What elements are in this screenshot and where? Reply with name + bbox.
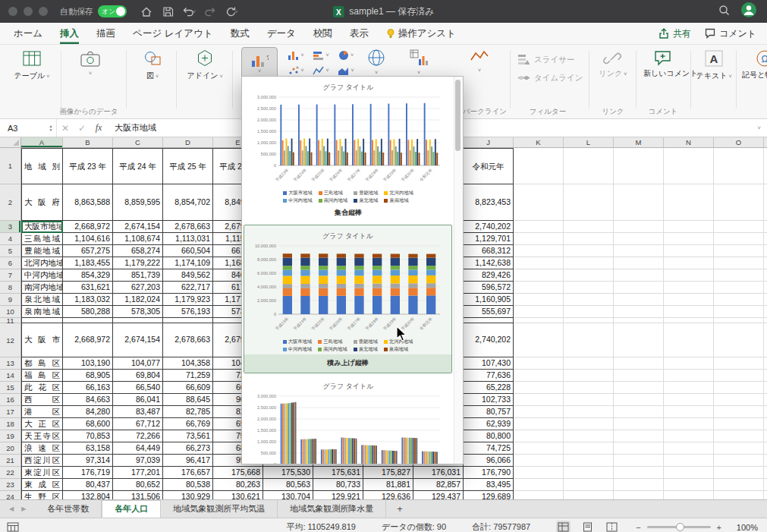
data-from-picture-button[interactable]: ˅ [68, 49, 112, 76]
maps-button[interactable]: ˅ [363, 48, 390, 75]
row-header-13[interactable]: 13 [0, 357, 21, 370]
cell-O18[interactable] [714, 418, 764, 430]
cell-J6[interactable]: 1,142,638 [464, 257, 514, 269]
cell-N22[interactable] [664, 467, 714, 479]
cell-C4[interactable]: 1,108,674 [113, 233, 163, 245]
redo-button[interactable] [201, 3, 219, 20]
cell-K5[interactable] [514, 245, 564, 257]
cell-A12[interactable]: 大阪市 [21, 323, 63, 357]
name-box-stepper[interactable]: ▲▼ [46, 119, 57, 137]
shapes-button[interactable]: 図˅ [134, 49, 171, 81]
cell-M16[interactable] [614, 394, 664, 406]
cell-L17[interactable] [564, 406, 614, 418]
cell-N12[interactable] [664, 323, 714, 357]
cell-C16[interactable]: 86,041 [113, 394, 163, 406]
cell-N5[interactable] [664, 245, 714, 257]
row-header-8[interactable]: 8 [0, 282, 21, 294]
cell-A1[interactable]: 地域別 [21, 148, 63, 184]
cell-O6[interactable] [714, 257, 764, 269]
cell-C13[interactable]: 104,077 [113, 357, 163, 370]
cell-D24[interactable]: 130,929 [163, 491, 213, 499]
cell-C5[interactable]: 658,274 [113, 245, 163, 257]
cell-A8[interactable]: 南河内地域 [21, 282, 63, 294]
row-header-6[interactable]: 6 [0, 257, 21, 269]
cell-I22[interactable]: 176,031 [413, 467, 464, 479]
cell-A13[interactable]: 都島区 [21, 357, 63, 370]
col-header-O[interactable]: O [714, 137, 764, 148]
row-header-11[interactable]: 11 [0, 318, 21, 323]
cell-K16[interactable] [514, 394, 564, 406]
cell-J11[interactable] [464, 318, 514, 323]
cell-J16[interactable]: 102,733 [464, 394, 514, 406]
row-header-20[interactable]: 20 [0, 442, 21, 455]
cell-H24[interactable]: 129,636 [363, 491, 413, 499]
gallery-item-3[interactable]: グラフ タイトル0500,0001,000,0001,500,0002,000,… [242, 376, 454, 464]
cell-J7[interactable]: 829,426 [464, 269, 514, 282]
cell-J1[interactable]: 令和元年 [464, 148, 514, 184]
cell-C23[interactable]: 80,652 [113, 479, 163, 491]
cell-N17[interactable] [664, 406, 714, 418]
cell-O3[interactable] [714, 221, 764, 233]
cell-A14[interactable]: 福島区 [21, 370, 63, 382]
zoom-slider-knob[interactable] [676, 523, 684, 531]
table-button[interactable]: テーブル˅ [11, 49, 53, 81]
cell-K7[interactable] [514, 269, 564, 282]
cell-N2[interactable] [664, 184, 714, 221]
cell-M21[interactable] [614, 455, 664, 467]
cell-B15[interactable]: 66,163 [63, 382, 113, 394]
cell-O8[interactable] [714, 282, 764, 294]
sparkline-button[interactable]: ˅ [460, 49, 499, 73]
cell-D18[interactable]: 66,769 [163, 418, 213, 430]
cell-B24[interactable]: 132,804 [63, 491, 113, 499]
cell-C7[interactable]: 851,739 [113, 269, 163, 282]
link-button[interactable]: リンク˅ [596, 49, 630, 79]
cell-N16[interactable] [664, 394, 714, 406]
cell-N7[interactable] [664, 269, 714, 282]
row-header-14[interactable]: 14 [0, 370, 21, 382]
cell-K8[interactable] [514, 282, 564, 294]
cell-L3[interactable] [564, 221, 614, 233]
cell-A10[interactable]: 泉南地域 [21, 306, 63, 318]
pivot-chart-button[interactable]: ˅ [401, 48, 437, 75]
cell-D15[interactable]: 66,609 [163, 382, 213, 394]
cell-N24[interactable] [664, 491, 714, 499]
cell-J14[interactable]: 77,636 [464, 370, 514, 382]
cell-M23[interactable] [614, 479, 664, 491]
cell-K2[interactable] [514, 184, 564, 221]
cell-K1[interactable] [514, 148, 564, 184]
cell-B3[interactable]: 2,668,972 [63, 221, 113, 233]
cell-K18[interactable] [514, 418, 564, 430]
cell-J4[interactable]: 1,129,701 [464, 233, 514, 245]
cell-F24[interactable]: 130,704 [263, 491, 313, 499]
cell-N18[interactable] [664, 418, 714, 430]
cell-L23[interactable] [564, 479, 614, 491]
search-button[interactable] [718, 5, 730, 19]
cell-H22[interactable]: 175,827 [363, 467, 413, 479]
cell-B12[interactable]: 2,668,972 [63, 323, 113, 357]
cell-B19[interactable]: 70,853 [63, 430, 113, 442]
cell-K19[interactable] [514, 430, 564, 442]
save-button[interactable] [159, 3, 177, 20]
insert-function-button[interactable]: fx [90, 122, 107, 134]
cell-J18[interactable]: 62,939 [464, 418, 514, 430]
row-header-18[interactable]: 18 [0, 418, 21, 430]
zoom-out-button[interactable]: − [636, 523, 640, 532]
row-header-2[interactable]: 2 [0, 184, 21, 221]
cell-J8[interactable]: 596,572 [464, 282, 514, 294]
ribbon-tab-ページ レイアウト[interactable]: ページ レイアウト [133, 23, 213, 44]
cell-L21[interactable] [564, 455, 614, 467]
row-header-15[interactable]: 15 [0, 382, 21, 394]
cell-O14[interactable] [714, 370, 764, 382]
cell-O15[interactable] [714, 382, 764, 394]
cell-O4[interactable] [714, 233, 764, 245]
cell-D3[interactable]: 2,678,663 [163, 221, 213, 233]
cell-G24[interactable]: 129,921 [313, 491, 363, 499]
cell-M22[interactable] [614, 467, 664, 479]
cell-O17[interactable] [714, 406, 764, 418]
sheet-tab-各年世帯数[interactable]: 各年世帯数 [35, 500, 102, 518]
cell-C19[interactable]: 72,266 [113, 430, 163, 442]
cell-A3[interactable]: 大阪市地域 [21, 221, 63, 233]
ribbon-tab-校閲[interactable]: 校閲 [313, 23, 332, 44]
cell-C22[interactable]: 177,201 [113, 467, 163, 479]
page-layout-view-button[interactable] [580, 521, 595, 532]
